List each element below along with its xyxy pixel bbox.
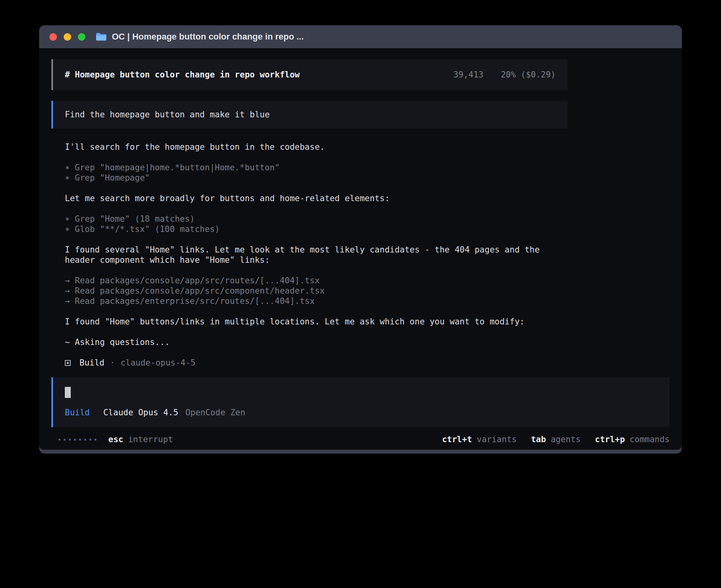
agents-hint[interactable]: tab agents <box>531 434 581 445</box>
status-bar-hints: ctrl+t variants tab agents ctrl+p comman… <box>442 434 670 445</box>
assistant-text: I found "Home" buttons/links in multiple… <box>65 317 559 327</box>
interrupt-label: interrupt <box>128 434 173 445</box>
window-title: OC | Homepage button color change in rep… <box>112 32 304 42</box>
input-footer: Build Claude Opus 4.5 OpenCode Zen <box>65 407 658 418</box>
session-title: # Homepage button color change in repo w… <box>65 70 300 80</box>
assistant-text: I found several "Home" links. Let me loo… <box>65 245 559 265</box>
agents-key: tab <box>531 434 546 445</box>
assistant-status-text: ~ Asking questions... <box>65 337 559 347</box>
window-titlebar: OC | Homepage button color change in rep… <box>39 25 682 48</box>
variants-hint[interactable]: ctrl+t variants <box>442 434 517 445</box>
user-message: Find the homepage button and make it blu… <box>51 101 568 128</box>
model-name: Claude Opus 4.5 <box>103 407 178 418</box>
traffic-lights <box>49 33 85 41</box>
tool-call-line: ∗ Grep "homepage|home.*button|Home.*butt… <box>65 162 568 173</box>
agents-label: agents <box>551 434 581 445</box>
commands-label: commands <box>630 434 670 445</box>
mode-indicator[interactable]: Build <box>65 407 90 418</box>
tool-call-line: → Read packages/console/app/src/routes/[… <box>65 275 568 286</box>
transcript: I'll search for the homepage button in t… <box>51 142 568 368</box>
tool-call-line: ∗ Grep "Home" (18 matches) <box>65 214 568 224</box>
variants-key: ctrl+t <box>442 434 472 445</box>
variants-label: variants <box>477 434 517 445</box>
token-count: 39,413 <box>453 70 483 80</box>
session-header: # Homepage button color change in repo w… <box>51 59 568 90</box>
session-stats: 39,413 20% ($0.29) <box>453 70 556 80</box>
folder-icon <box>96 32 107 41</box>
provider-name: OpenCode Zen <box>185 407 245 418</box>
close-button[interactable] <box>49 33 57 41</box>
tool-call-group: ∗ Grep "homepage|home.*button|Home.*butt… <box>65 162 568 183</box>
assistant-text: Let me search more broadly for buttons a… <box>65 193 559 204</box>
commands-key: ctrl+p <box>595 434 625 445</box>
context-usage: 20% ($0.29) <box>501 70 556 80</box>
minimize-button[interactable] <box>64 33 71 41</box>
text-cursor <box>65 387 71 398</box>
tool-call-line: → Read packages/enterprise/src/routes/[.… <box>65 296 568 306</box>
agent-status-line: Build · claude-opus-4-5 <box>65 358 568 368</box>
esc-key-hint[interactable]: esc <box>108 434 123 445</box>
assistant-text: I'll search for the homepage button in t… <box>65 142 559 152</box>
tool-call-line: → Read packages/console/app/src/componen… <box>65 286 568 296</box>
terminal-window: OC | Homepage button color change in rep… <box>39 25 682 454</box>
terminal-content: # Homepage button color change in repo w… <box>39 48 682 450</box>
messages-column: # Homepage button color change in repo w… <box>51 59 568 368</box>
status-bar: esc interrupt ctrl+t variants tab agents… <box>51 434 670 445</box>
tool-call-line: ∗ Grep "Homepage" <box>65 173 568 183</box>
zoom-button[interactable] <box>78 33 85 41</box>
window-title-group: OC | Homepage button color change in rep… <box>96 32 304 42</box>
user-message-text: Find the homepage button and make it blu… <box>65 110 270 119</box>
prompt-input[interactable]: Build Claude Opus 4.5 OpenCode Zen <box>51 377 670 427</box>
spinner-dots <box>59 439 96 441</box>
agent-icon <box>65 360 71 366</box>
tool-call-line: ∗ Glob "**/*.tsx" (100 matches) <box>65 224 568 234</box>
commands-hint[interactable]: ctrl+p commands <box>595 434 670 445</box>
agent-separator: · <box>110 358 115 368</box>
tool-call-group: → Read packages/console/app/src/routes/[… <box>65 275 568 306</box>
agent-name: Build <box>79 358 104 368</box>
agent-model: claude-opus-4-5 <box>121 358 196 368</box>
tool-call-group: ∗ Grep "Home" (18 matches) ∗ Glob "**/*.… <box>65 214 568 234</box>
